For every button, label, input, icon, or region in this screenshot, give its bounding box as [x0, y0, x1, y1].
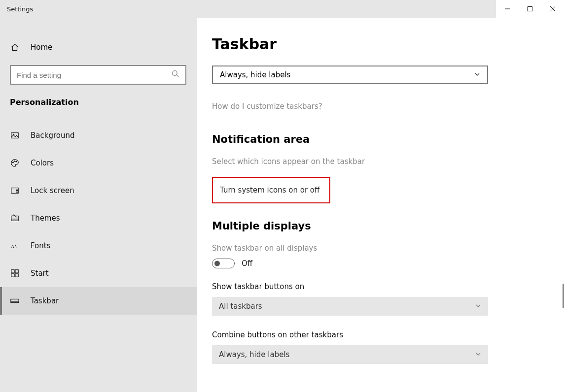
sidebar-item-label: Themes — [31, 214, 60, 223]
dropdown-value: Always, hide labels — [220, 70, 290, 79]
system-icons-link[interactable]: Turn system icons on or off — [219, 186, 320, 195]
multiple-displays-heading: Multiple displays — [212, 220, 549, 232]
maximize-button[interactable] — [519, 0, 541, 18]
combine-other-label: Combine buttons on other taskbars — [212, 330, 549, 339]
sidebar-item-colors[interactable]: Colors — [0, 149, 197, 177]
sidebar-item-lockscreen[interactable]: Lock screen — [0, 177, 197, 204]
sidebar-item-label: Background — [31, 131, 75, 140]
svg-text:A: A — [14, 245, 17, 249]
minimize-button[interactable] — [496, 0, 519, 18]
sidebar-home[interactable]: Home — [0, 33, 197, 62]
themes-icon — [10, 213, 20, 223]
notification-heading: Notification area — [212, 133, 549, 145]
search-box[interactable] — [10, 65, 186, 85]
window-controls — [496, 0, 564, 18]
chevron-down-icon — [475, 302, 481, 311]
toggle-state-label: Off — [242, 259, 252, 268]
svg-rect-18 — [15, 270, 18, 273]
svg-point-9 — [14, 161, 15, 162]
combine-buttons-dropdown[interactable]: Always, hide labels — [212, 65, 488, 84]
start-icon — [10, 268, 20, 278]
sidebar: Home Personalization Background Colors — [0, 18, 197, 392]
sidebar-item-taskbar[interactable]: Taskbar — [0, 287, 197, 315]
sidebar-item-label: Taskbar — [31, 296, 59, 305]
svg-point-7 — [13, 134, 14, 135]
sidebar-item-label: Lock screen — [31, 186, 74, 195]
svg-rect-13 — [11, 216, 18, 221]
show-all-displays-toggle[interactable] — [212, 259, 235, 268]
lockscreen-icon — [10, 186, 20, 196]
chevron-down-icon — [474, 70, 480, 79]
sidebar-item-themes[interactable]: Themes — [0, 204, 197, 232]
svg-point-10 — [16, 161, 17, 162]
svg-rect-21 — [11, 299, 19, 302]
titlebar: Settings — [0, 0, 564, 18]
svg-rect-20 — [15, 274, 18, 277]
help-link[interactable]: How do I customize taskbars? — [212, 102, 549, 111]
sidebar-home-label: Home — [31, 43, 52, 52]
taskbar-icon — [10, 296, 20, 306]
combine-other-dropdown[interactable]: Always, hide labels — [212, 345, 488, 364]
close-button[interactable] — [541, 0, 564, 18]
sidebar-item-label: Fonts — [31, 241, 50, 250]
svg-rect-19 — [11, 274, 14, 277]
chevron-down-icon — [475, 350, 481, 359]
fonts-icon: AA — [10, 241, 20, 251]
content-area: Taskbar Always, hide labels How do I cus… — [197, 18, 564, 392]
svg-rect-12 — [16, 191, 18, 193]
svg-rect-17 — [11, 270, 14, 273]
select-icons-link[interactable]: Select which icons appear on the taskbar — [212, 157, 549, 166]
window-title: Settings — [0, 5, 33, 13]
dropdown-value: Always, hide labels — [219, 350, 289, 359]
svg-point-4 — [173, 71, 177, 76]
sidebar-item-label: Colors — [31, 159, 54, 167]
highlight-annotation: Turn system icons on or off — [212, 177, 330, 203]
palette-icon — [10, 158, 20, 168]
search-input[interactable] — [17, 71, 172, 79]
search-icon — [172, 70, 179, 80]
svg-rect-1 — [528, 7, 532, 11]
picture-icon — [10, 131, 20, 140]
sidebar-item-start[interactable]: Start — [0, 260, 197, 287]
home-icon — [10, 42, 20, 52]
toggle-knob — [214, 261, 220, 266]
page-title: Taskbar — [212, 35, 549, 53]
sidebar-item-label: Start — [31, 269, 49, 278]
dropdown-value: All taskbars — [219, 302, 262, 311]
sidebar-item-fonts[interactable]: AA Fonts — [0, 232, 197, 260]
show-buttons-label: Show taskbar buttons on — [212, 282, 549, 291]
sidebar-item-background[interactable]: Background — [0, 122, 197, 149]
show-all-displays-label: Show taskbar on all displays — [212, 244, 549, 253]
show-buttons-dropdown[interactable]: All taskbars — [212, 297, 488, 316]
svg-line-5 — [176, 75, 178, 77]
sidebar-section-title: Personalization — [0, 93, 197, 122]
svg-point-8 — [13, 162, 14, 163]
svg-rect-6 — [11, 133, 18, 138]
